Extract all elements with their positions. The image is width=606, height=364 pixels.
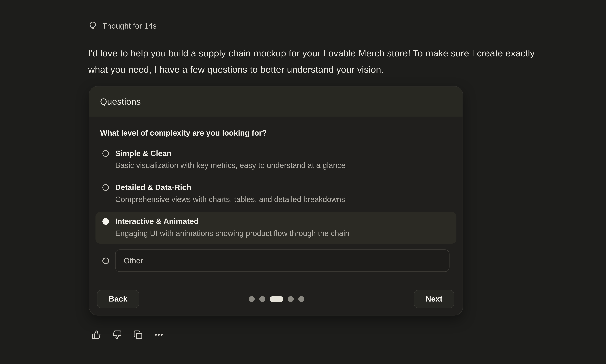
next-button[interactable]: Next <box>414 290 454 308</box>
assistant-message-text: I'd love to help you build a supply chai… <box>88 45 554 78</box>
option-description: Basic visualization with key metrics, ea… <box>115 159 346 172</box>
thumbs-up-button[interactable] <box>92 330 101 339</box>
pagination-dot[interactable] <box>249 296 255 302</box>
message-column: Thought for 14s I'd love to help you bui… <box>88 0 556 339</box>
questions-card: Questions What level of complexity are y… <box>89 86 463 315</box>
option-label: Detailed & Data-Rich <box>115 182 345 193</box>
pagination-dots <box>249 296 304 302</box>
option-texts: Simple & Clean Basic visualization with … <box>115 148 346 172</box>
other-input[interactable] <box>115 249 449 272</box>
option-other[interactable] <box>95 246 457 272</box>
option-interactive-animated[interactable]: Interactive & Animated Engaging UI with … <box>95 212 457 244</box>
questions-card-body: What level of complexity are you looking… <box>89 117 463 283</box>
thought-label: Thought for 14s <box>102 21 157 31</box>
copy-button[interactable] <box>133 330 143 339</box>
radio-selected-icon[interactable] <box>102 218 109 225</box>
thumbs-up-icon <box>92 330 101 339</box>
pagination-dot-active[interactable] <box>270 296 283 302</box>
option-texts: Interactive & Animated Engaging UI with … <box>115 216 349 240</box>
option-detailed-data-rich[interactable]: Detailed & Data-Rich Comprehensive views… <box>95 178 457 210</box>
thumbs-down-button[interactable] <box>112 330 122 339</box>
card-title: Questions <box>100 96 141 107</box>
option-simple-clean[interactable]: Simple & Clean Basic visualization with … <box>95 144 457 176</box>
radio-unselected-icon[interactable] <box>102 184 109 191</box>
thumbs-down-icon <box>112 330 122 339</box>
option-label: Simple & Clean <box>115 148 346 159</box>
option-description: Engaging UI with animations showing prod… <box>115 227 349 240</box>
copy-icon <box>133 330 143 339</box>
pagination-dot[interactable] <box>298 296 304 302</box>
radio-unselected-icon[interactable] <box>102 150 109 157</box>
options-list: Simple & Clean Basic visualization with … <box>95 144 457 272</box>
chat-assistant-message-region: Thought for 14s I'd love to help you bui… <box>0 0 606 364</box>
more-options-icon <box>154 330 163 339</box>
questions-card-header: Questions <box>89 87 463 117</box>
lightbulb-icon <box>88 21 97 31</box>
questions-card-footer: Back Next <box>89 283 463 315</box>
radio-unselected-icon[interactable] <box>102 257 109 264</box>
back-button[interactable]: Back <box>97 290 139 308</box>
message-actions-toolbar <box>88 330 556 339</box>
option-description: Comprehensive views with charts, tables,… <box>115 193 345 206</box>
question-text: What level of complexity are you looking… <box>100 128 452 138</box>
more-options-button[interactable] <box>154 330 163 339</box>
pagination-dot[interactable] <box>259 296 265 302</box>
pagination-dot[interactable] <box>288 296 294 302</box>
option-texts: Detailed & Data-Rich Comprehensive views… <box>115 182 345 206</box>
thought-summary-toggle[interactable]: Thought for 14s <box>88 0 556 31</box>
option-label: Interactive & Animated <box>115 216 349 227</box>
